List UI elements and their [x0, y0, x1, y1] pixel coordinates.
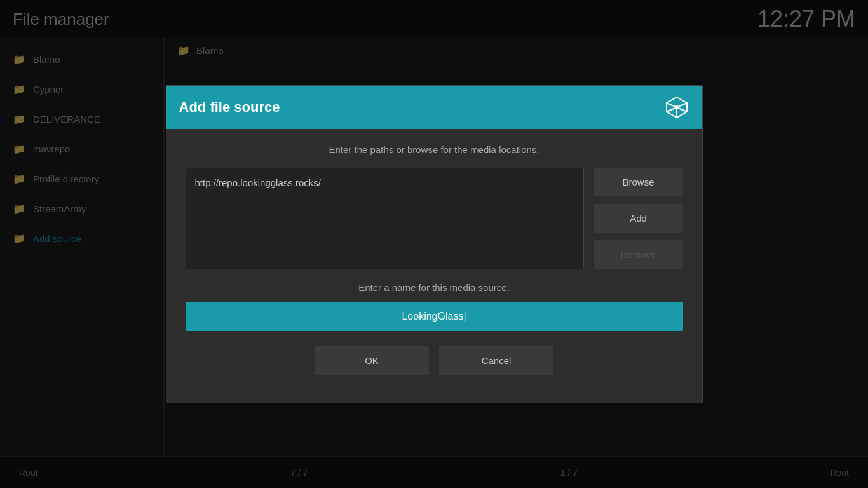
source-row: Browse Add Remove	[186, 168, 683, 269]
dialog-footer: OK Cancel	[186, 346, 683, 388]
svg-point-6	[675, 105, 679, 109]
name-description: Enter a name for this media source.	[186, 282, 683, 293]
dialog-body: Enter the paths or browse for the media …	[166, 129, 702, 403]
cancel-button[interactable]: Cancel	[439, 346, 553, 375]
ok-button[interactable]: OK	[315, 346, 429, 375]
dialog-overlay: Add file source Enter the paths or brows…	[0, 0, 868, 488]
dialog-header: Add file source	[166, 86, 702, 129]
source-buttons: Browse Add Remove	[594, 168, 683, 269]
media-source-name-input[interactable]	[186, 302, 683, 331]
kodi-logo	[664, 95, 689, 120]
dialog-title: Add file source	[179, 99, 280, 116]
add-file-source-dialog: Add file source Enter the paths or brows…	[166, 85, 703, 403]
dialog-description: Enter the paths or browse for the media …	[186, 144, 683, 155]
source-url-input[interactable]	[186, 168, 584, 269]
add-button[interactable]: Add	[594, 204, 683, 233]
remove-button[interactable]: Remove	[594, 240, 683, 269]
browse-button[interactable]: Browse	[594, 168, 683, 196]
